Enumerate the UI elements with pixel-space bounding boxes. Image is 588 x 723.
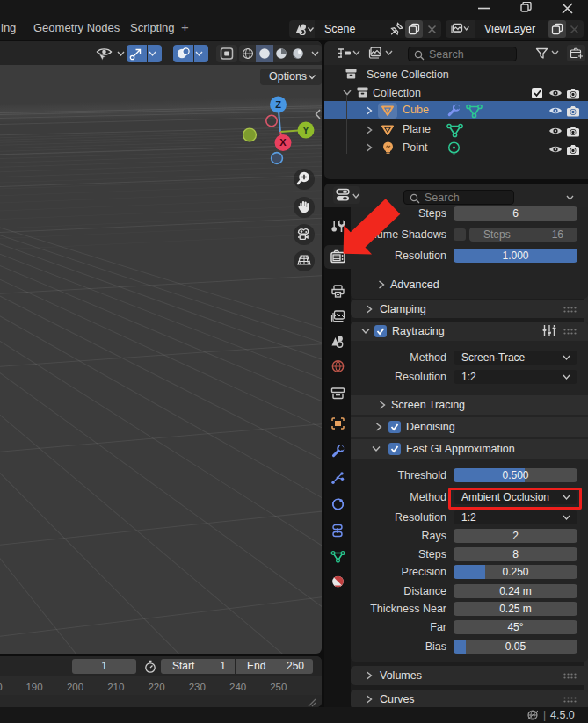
- svg-text:X: X: [279, 137, 287, 148]
- svg-text:Z: Z: [275, 99, 281, 110]
- svg-text:Y: Y: [302, 125, 309, 135]
